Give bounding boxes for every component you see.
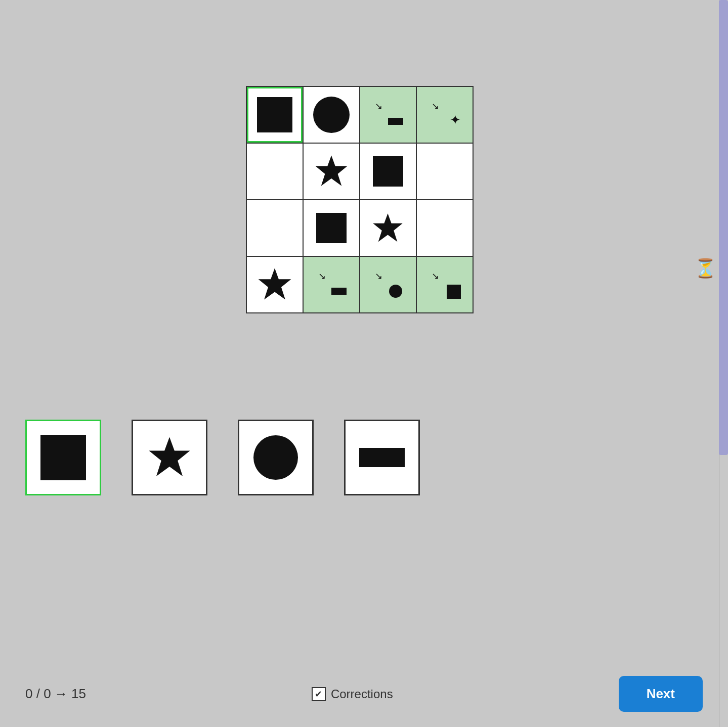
grid-cell-3-0[interactable]: [247, 257, 303, 312]
corrections-container: ✔ Corrections: [312, 687, 393, 701]
corrections-checkbox[interactable]: ✔: [312, 687, 326, 701]
grid-cell-1-0[interactable]: [247, 144, 303, 199]
shape-square: [257, 97, 292, 132]
small-star-shape: ✦: [450, 112, 461, 128]
grid-cell-0-1[interactable]: [304, 87, 359, 143]
grid-cell-3-2[interactable]: ↘: [360, 257, 416, 312]
scrollbar-thumb[interactable]: [719, 0, 728, 455]
option-square-shape: [40, 435, 86, 480]
grid-cell-0-2[interactable]: ↘: [360, 87, 416, 143]
svg-marker-2: [258, 268, 291, 300]
option-1-square[interactable]: [25, 420, 101, 495]
medium-square-shape: [373, 156, 403, 187]
svg-marker-1: [373, 213, 403, 242]
arrow-rect-container: ↘: [368, 95, 408, 135]
scrollbar-track[interactable]: [719, 0, 728, 727]
medium-square-shape-2: [316, 213, 347, 243]
arrow-icon-3: ↘: [318, 270, 326, 282]
small-square-shape: [447, 285, 461, 299]
option-3-circle[interactable]: [238, 420, 314, 495]
grid-cell-3-1[interactable]: ↘: [304, 257, 359, 312]
option-4-rect[interactable]: [344, 420, 420, 495]
score-label: 0 / 0 → 15: [25, 686, 86, 702]
small-rect-shape-2: [331, 288, 347, 295]
grid-matrix: ↘ ↘ ✦: [246, 86, 474, 313]
arrow-icon-2: ↘: [432, 101, 439, 112]
small-circle-shape: [389, 285, 402, 298]
main-grid: ↘ ↘ ✦: [246, 86, 474, 313]
grid-cell-1-3[interactable]: [417, 144, 473, 199]
star-6-shape: [314, 154, 349, 189]
svg-marker-3: [149, 437, 190, 476]
hourglass-icon: ⏳: [694, 258, 717, 279]
grid-cell-2-1[interactable]: [304, 200, 359, 256]
corrections-label: Corrections: [331, 687, 393, 701]
bottom-bar: 0 / 0 → 15 ✔ Corrections Next: [25, 676, 703, 712]
grid-cell-2-3[interactable]: [417, 200, 473, 256]
grid-cell-1-1[interactable]: [304, 144, 359, 199]
arrow-icon: ↘: [375, 101, 382, 112]
option-rect-shape: [359, 448, 405, 467]
option-2-star[interactable]: [132, 420, 207, 495]
arrow-icon-5: ↘: [432, 270, 439, 282]
next-button[interactable]: Next: [619, 676, 703, 712]
grid-cell-3-3[interactable]: ↘: [417, 257, 473, 312]
star-6-large-shape: [256, 266, 293, 303]
shape-circle: [313, 97, 350, 133]
option-circle-shape: [253, 435, 298, 480]
grid-cell-1-2[interactable]: [360, 144, 416, 199]
options-row: [25, 420, 420, 495]
grid-cell-0-0[interactable]: [247, 87, 303, 143]
option-star-shape: [147, 435, 192, 480]
arrow-rect2-container: ↘: [311, 264, 352, 305]
grid-cell-2-0[interactable]: [247, 200, 303, 256]
grid-cell-0-3[interactable]: ↘ ✦: [417, 87, 473, 143]
arrow-icon-4: ↘: [375, 270, 382, 282]
small-rect-shape: [388, 118, 403, 125]
arrow-square-container: ↘: [424, 264, 465, 305]
arrow-star-container: ↘ ✦: [424, 95, 465, 135]
star-6-small-shape: [371, 212, 404, 245]
arrow-circle-container: ↘: [368, 264, 408, 305]
grid-cell-2-2[interactable]: [360, 200, 416, 256]
svg-marker-0: [315, 156, 347, 186]
